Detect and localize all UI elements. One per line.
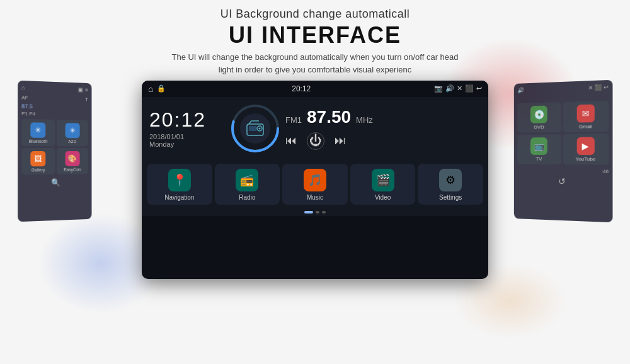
back-icon[interactable]: ↩ bbox=[476, 84, 482, 93]
list-item[interactable]: 🖼 Gallery bbox=[21, 148, 54, 175]
app-grid: 📍 Navigation 📻 Radio 🎵 Music 🎬 Video ⚙ bbox=[142, 160, 488, 208]
screen-icon: ⬛ bbox=[465, 84, 474, 93]
list-item[interactable]: 🎨 EasyCon bbox=[56, 148, 88, 174]
side-screen-left: ⌂ ▣ ≡ AF T 87.5 P1 P4 ✳ Bluetooth ✳ A bbox=[18, 81, 91, 222]
youtube-icon: ▶ bbox=[576, 137, 594, 156]
top-widgets: 20:12 2018/01/01 Monday bbox=[142, 97, 488, 160]
app-label: YouTube bbox=[576, 156, 596, 162]
app-label: Gmail bbox=[579, 123, 592, 129]
app-label: Radio bbox=[239, 194, 255, 201]
tv-icon: 📺 bbox=[530, 137, 547, 155]
app-label: EasyCon bbox=[64, 168, 81, 172]
volume-icon: 🔊 bbox=[445, 84, 454, 93]
side-left-home-icon: ⌂ bbox=[21, 84, 25, 91]
radio-icon: 📻 bbox=[236, 169, 258, 191]
app-label: Navigation bbox=[164, 194, 194, 201]
app-navigation[interactable]: 📍 Navigation bbox=[147, 164, 212, 205]
dvd-icon: 💿 bbox=[530, 106, 547, 123]
side-right-vol-icon: 🔊 bbox=[517, 87, 524, 93]
fm-unit: MHz bbox=[356, 115, 373, 125]
svg-point-6 bbox=[259, 127, 261, 129]
app-settings[interactable]: ⚙ Settings bbox=[418, 164, 483, 205]
clock-widget: 20:12 2018/01/01 Monday bbox=[149, 108, 225, 148]
app-label: TV bbox=[536, 156, 542, 162]
app-label: Settings bbox=[439, 194, 462, 201]
header-desc: The UI will change the background automa… bbox=[171, 51, 458, 76]
clock-time: 20:12 bbox=[149, 108, 225, 132]
lock-icon: 🔒 bbox=[157, 84, 166, 93]
list-item[interactable]: ✳ Bluetooth bbox=[21, 119, 54, 146]
dot-1 bbox=[304, 211, 313, 213]
app-label: Music bbox=[307, 194, 323, 201]
app-video[interactable]: 🎬 Video bbox=[350, 164, 416, 205]
navigation-icon: 📍 bbox=[168, 169, 191, 191]
app-label: Gallery bbox=[31, 168, 45, 172]
easycon-icon: 🎨 bbox=[65, 151, 79, 166]
app-music[interactable]: 🎵 Music bbox=[282, 164, 348, 205]
main-screen: ⌂ 🔒 20:12 📷 🔊 ✕ ⬛ ↩ 20:12 2018/01/01 bbox=[142, 81, 488, 279]
list-item[interactable]: ✳ A2D bbox=[56, 120, 88, 146]
fm-label: FM1 bbox=[285, 115, 302, 125]
bluetooth-icon: ✳ bbox=[31, 122, 46, 138]
list-item[interactable]: ▶ YouTube bbox=[563, 134, 609, 164]
header-section: UI Background change automaticall UI INT… bbox=[171, 0, 458, 76]
app-label: Video bbox=[375, 194, 391, 201]
svg-rect-4 bbox=[249, 126, 256, 131]
close-icon: ✕ bbox=[457, 84, 462, 93]
screens-row: ⌂ ▣ ≡ AF T 87.5 P1 P4 ✳ Bluetooth ✳ A bbox=[0, 76, 630, 283]
dot-indicator bbox=[142, 208, 488, 216]
settings-icon: ⚙ bbox=[439, 169, 462, 191]
app-label: A2D bbox=[68, 139, 76, 144]
camera-icon: 📷 bbox=[434, 84, 443, 93]
side-left-icons: ▣ ≡ bbox=[78, 86, 88, 93]
home-icon[interactable]: ⌂ bbox=[148, 84, 153, 94]
radio-dial bbox=[230, 103, 280, 154]
app-label: Bluetooth bbox=[29, 139, 48, 144]
side-right-app-grid: 💿 DVD ✉ Gmail 📺 TV ▶ YouTube bbox=[517, 101, 609, 165]
fm-display: FM1 87.50 MHz ⏮ ⏻ ⏭ bbox=[285, 107, 481, 150]
header-subtitle: UI Background change automaticall bbox=[171, 8, 458, 21]
side-screen-right: 🔊 ✕ ⬛ ↩ 💿 DVD ✉ Gmail 📺 TV bbox=[514, 80, 613, 222]
status-icons: 📷 🔊 ✕ ⬛ ↩ bbox=[434, 84, 482, 93]
header-title: UI INTERFACE bbox=[171, 22, 458, 48]
list-item[interactable]: ✉ Gmail bbox=[563, 101, 609, 132]
side-left-app-grid: ✳ Bluetooth ✳ A2D 🖼 Gallery 🎨 EasyCon bbox=[21, 119, 88, 175]
main-status-bar: ⌂ 🔒 20:12 📷 🔊 ✕ ⬛ ↩ bbox=[142, 81, 488, 97]
list-item[interactable]: 💿 DVD bbox=[517, 102, 561, 133]
dot-2 bbox=[316, 211, 319, 213]
list-item[interactable]: 📺 TV bbox=[517, 134, 561, 164]
dot-3 bbox=[322, 211, 326, 213]
gmail-icon: ✉ bbox=[576, 105, 594, 123]
app-radio[interactable]: 📻 Radio bbox=[215, 164, 280, 205]
clock-date: 2018/01/01 Monday bbox=[149, 133, 225, 148]
power-icon[interactable]: ⏻ bbox=[307, 132, 324, 150]
gallery-icon: 🖼 bbox=[31, 151, 46, 166]
side-right-icons: ✕ ⬛ ↩ bbox=[588, 84, 609, 91]
music-icon: 🎵 bbox=[304, 169, 326, 191]
prev-track-icon[interactable]: ⏮ bbox=[285, 134, 297, 147]
fm-controls: ⏮ ⏻ ⏭ bbox=[285, 132, 481, 150]
app-label: DVD bbox=[534, 124, 544, 130]
side-left-search: 🔍 bbox=[21, 178, 88, 188]
side-right-refresh: ↺ bbox=[517, 176, 609, 187]
a2d-icon: ✳ bbox=[65, 123, 79, 138]
side-right-time: :46 bbox=[517, 168, 609, 174]
status-time: 20:12 bbox=[168, 84, 434, 93]
video-icon: 🎬 bbox=[372, 169, 394, 191]
next-track-icon[interactable]: ⏭ bbox=[335, 134, 346, 147]
fm-frequency: 87.50 bbox=[307, 107, 351, 127]
